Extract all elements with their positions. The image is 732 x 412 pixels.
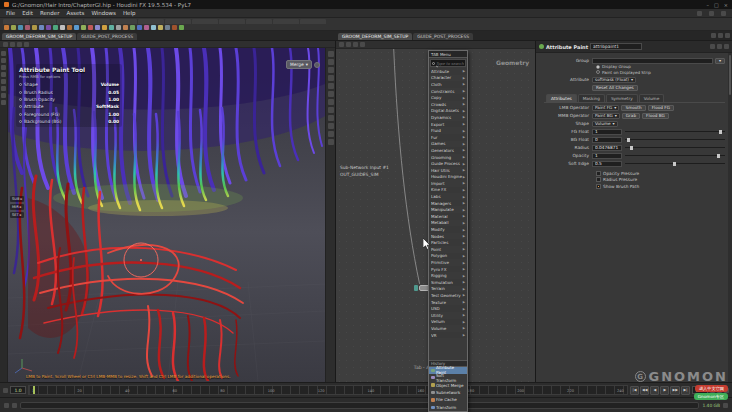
- tab-menu-category[interactable]: USD ▶: [429, 305, 467, 312]
- camera-menu-icon[interactable]: [3, 42, 8, 47]
- mmb-operator-select[interactable]: Paint BG▾: [592, 113, 620, 119]
- network-back-icon[interactable]: [346, 42, 351, 47]
- soft-edge-input[interactable]: [592, 161, 622, 167]
- shelf-tool-icon[interactable]: [74, 25, 79, 30]
- tab-menu-category[interactable]: Cloth ▶: [429, 81, 467, 88]
- help-icon[interactable]: [724, 44, 729, 49]
- desktop-grid-icon[interactable]: [723, 403, 728, 408]
- tab-menu-category[interactable]: Primitive ▶: [429, 259, 467, 266]
- transport-button[interactable]: |◀: [630, 386, 639, 395]
- shelf-tab[interactable]: [192, 19, 218, 24]
- checkbox-icon[interactable]: [596, 177, 601, 182]
- shelf-tool-icon[interactable]: [179, 25, 184, 30]
- maximize-button[interactable]: □: [714, 2, 719, 8]
- tab-menu-history-item[interactable]: Object Merge: [429, 381, 467, 388]
- tab-menu-category[interactable]: Fluid ▶: [429, 127, 467, 134]
- toolbar-icon[interactable]: [721, 11, 726, 16]
- bg-float-slider[interactable]: [625, 139, 725, 140]
- tab-menu-category[interactable]: Test Geometry ▶: [429, 292, 467, 299]
- menu-item[interactable]: File: [6, 10, 15, 16]
- viewport-side-button[interactable]: SET▸: [10, 212, 24, 218]
- camera-lock-icon[interactable]: [328, 115, 334, 121]
- shelf-tool-icon[interactable]: [60, 25, 65, 30]
- hud-row[interactable]: Shape Volume: [19, 81, 119, 88]
- params-tab[interactable]: Masking: [578, 94, 605, 102]
- grab-button[interactable]: Grab: [622, 113, 640, 119]
- tab-menu-category[interactable]: Polygon ▶: [429, 253, 467, 260]
- checkbox-icon[interactable]: [596, 171, 601, 176]
- guides-display-icon[interactable]: [328, 107, 334, 113]
- shelf-tool-icon[interactable]: [109, 25, 114, 30]
- paint-tool-icon[interactable]: [1, 86, 6, 91]
- radius-input[interactable]: [592, 145, 622, 151]
- shelf-tool-icon[interactable]: [172, 25, 177, 30]
- tab-menu-category[interactable]: Modify ▶: [429, 226, 467, 233]
- shape-select[interactable]: Volume▾: [592, 121, 618, 127]
- viewport-canvas[interactable]: Attribute Paint Tool Press RMB for optio…: [8, 48, 325, 382]
- shading-mode-icon[interactable]: [328, 59, 334, 65]
- flood-bg-button[interactable]: Flood BG: [642, 113, 669, 119]
- wireframe-icon[interactable]: [328, 67, 334, 73]
- params-tab[interactable]: Volume: [639, 94, 665, 102]
- tab-menu-category[interactable]: Nodes ▶: [429, 233, 467, 240]
- warning-icon[interactable]: [12, 403, 17, 408]
- tab-menu-history-item[interactable]: File Cache: [429, 396, 467, 403]
- transport-button[interactable]: ◀: [650, 386, 659, 395]
- tab-menu-category[interactable]: Import ▶: [429, 180, 467, 187]
- playback-options-icon[interactable]: [3, 388, 8, 393]
- snapshot-icon[interactable]: [328, 123, 334, 129]
- shelf-tool-icon[interactable]: [81, 25, 86, 30]
- shelf-tool-icon[interactable]: [39, 25, 44, 30]
- shelf-tab[interactable]: [219, 19, 245, 24]
- viewport-side-button[interactable]: SUB▸: [10, 196, 24, 202]
- loop-mode-icon[interactable]: [710, 388, 715, 393]
- radio-icon[interactable]: [596, 65, 600, 69]
- shelf-tool-icon[interactable]: [151, 25, 156, 30]
- tab-menu-category[interactable]: Character ▶: [429, 75, 467, 82]
- translate-tool-icon[interactable]: [1, 58, 6, 63]
- tab-menu-category[interactable]: Manipulate ▶: [429, 206, 467, 213]
- toggle-row[interactable]: Show Brush Path: [596, 183, 729, 190]
- tab-menu-category[interactable]: Material ▶: [429, 213, 467, 220]
- opacity-input[interactable]: [592, 153, 622, 159]
- shelf-tool-icon[interactable]: [165, 25, 170, 30]
- tab-menu-category[interactable]: Fur ▶: [429, 134, 467, 141]
- params-tab[interactable]: Attributes: [546, 94, 577, 102]
- tab-menu-category[interactable]: Vellum ▶: [429, 319, 467, 326]
- normals-display-icon[interactable]: [328, 99, 334, 105]
- shelf-tab[interactable]: [300, 19, 326, 24]
- current-frame-marker[interactable]: [33, 386, 35, 394]
- bg-float-input[interactable]: [592, 137, 622, 143]
- hud-row[interactable]: Background (BG) 0.00: [19, 118, 119, 125]
- tab-menu-category[interactable]: Simulation ▶: [429, 279, 467, 286]
- shelf-tool-icon[interactable]: [144, 25, 149, 30]
- shelf-tab[interactable]: [57, 19, 83, 24]
- shelf-tool-icon[interactable]: [67, 25, 72, 30]
- scene-pane-tab[interactable]: GUIDE_POST_PROCESS: [77, 33, 137, 40]
- minimize-button[interactable]: –: [707, 2, 710, 8]
- shelf-tool-icon[interactable]: [53, 25, 58, 30]
- hud-row[interactable]: Foreground (FG) 1.00: [19, 111, 119, 118]
- shelf-tab[interactable]: [246, 19, 272, 24]
- hud-row[interactable]: Brush Opacity 1.00: [19, 96, 119, 103]
- opacity-slider[interactable]: [625, 155, 725, 156]
- tab-menu-category[interactable]: Rigging ▶: [429, 272, 467, 279]
- network-up-icon[interactable]: [353, 42, 358, 47]
- merge-button[interactable]: Merge ▾: [286, 60, 312, 69]
- message-log-icon[interactable]: [4, 403, 9, 408]
- tab-menu-category[interactable]: Labs ▶: [429, 193, 467, 200]
- tab-menu-search-input[interactable]: [436, 61, 464, 66]
- tab-menu-category[interactable]: Pyro FX ▶: [429, 266, 467, 273]
- transport-button[interactable]: ◀◀: [640, 386, 650, 395]
- tab-menu-category[interactable]: Games ▶: [429, 141, 467, 148]
- transport-button[interactable]: ▶▶: [670, 386, 680, 395]
- shelf-tool-icon[interactable]: [4, 25, 9, 30]
- display-options-icon[interactable]: [328, 139, 334, 145]
- menu-item[interactable]: Windows: [91, 10, 116, 16]
- snap-icon[interactable]: [17, 42, 22, 47]
- shelf-tab[interactable]: [30, 19, 56, 24]
- network-pane-tab[interactable]: GUIDE_POST_PROCESS: [413, 33, 473, 40]
- shelf-tool-icon[interactable]: [32, 25, 37, 30]
- shelf-tool-icon[interactable]: [158, 25, 163, 30]
- tab-menu-category[interactable]: Utility ▶: [429, 312, 467, 319]
